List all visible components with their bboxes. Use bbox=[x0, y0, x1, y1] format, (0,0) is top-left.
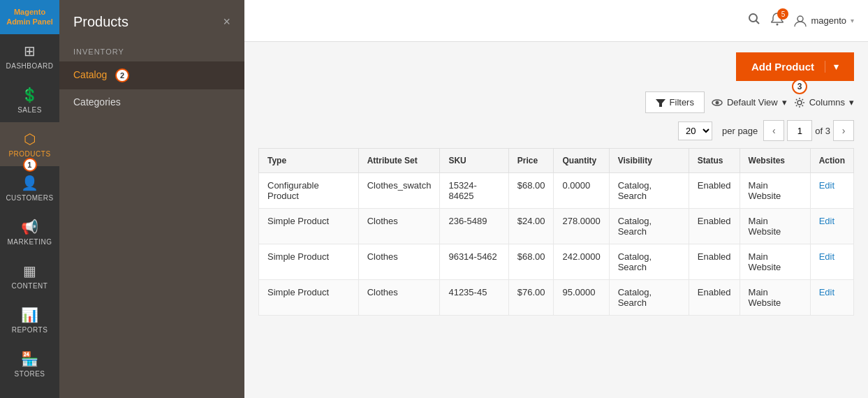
svg-point-0 bbox=[749, 14, 757, 22]
per-page-dropdown[interactable]: 20 30 50 bbox=[678, 121, 712, 140]
sidebar-item-label: STORES bbox=[15, 370, 45, 378]
svg-line-1 bbox=[756, 21, 760, 24]
col-quantity: Quantity bbox=[554, 149, 609, 173]
sidebar-item-stores[interactable]: 🏪 STORES bbox=[0, 342, 59, 386]
flyout-categories-label: Categories bbox=[73, 96, 121, 108]
cell-quantity: 95.0000 bbox=[554, 280, 609, 316]
user-chevron-icon: ▾ bbox=[851, 17, 854, 24]
sidebar-item-label: SALES bbox=[17, 106, 42, 114]
step1-badge: 1 bbox=[23, 158, 37, 172]
flyout-item-categories[interactable]: Categories bbox=[59, 89, 244, 115]
col-type: Type bbox=[259, 149, 359, 173]
view-chevron-icon: ▾ bbox=[782, 97, 787, 108]
next-page-button[interactable]: › bbox=[833, 120, 854, 141]
cell-quantity: 278.0000 bbox=[554, 209, 609, 244]
sidebar-item-sales[interactable]: 💲 SALES bbox=[0, 78, 59, 122]
cell-sku: 15324-84625 bbox=[440, 173, 508, 209]
products-table: Type Attribute Set SKU Price Quantity Vi… bbox=[258, 148, 854, 316]
dashboard-icon: ⊞ bbox=[24, 43, 36, 59]
cell-status: Enabled bbox=[689, 209, 740, 244]
cell-visibility: Catalog, Search bbox=[609, 244, 689, 280]
svg-point-3 bbox=[797, 16, 803, 22]
filters-button[interactable]: Filters bbox=[645, 91, 705, 113]
user-menu[interactable]: magento ▾ bbox=[794, 15, 854, 27]
cell-attribute-set: Clothes bbox=[358, 280, 440, 316]
sidebar-item-dashboard[interactable]: ⊞ DASHBOARD bbox=[0, 34, 59, 78]
sidebar-item-reports[interactable]: 📊 REPORTS bbox=[0, 298, 59, 342]
cell-status: Enabled bbox=[689, 280, 740, 316]
sidebar-item-label: CUSTOMERS bbox=[6, 194, 53, 202]
page-number-input[interactable] bbox=[787, 120, 812, 141]
flyout-catalog-label: Catalog bbox=[73, 69, 107, 80]
filter-icon bbox=[656, 98, 665, 108]
page-content: Add Product ▾ 3 Filters Default View ▾ bbox=[244, 42, 868, 398]
search-icon bbox=[748, 13, 760, 25]
flyout-menu: Products × Inventory Catalog 2 Categorie… bbox=[59, 0, 244, 398]
col-price: Price bbox=[508, 149, 554, 173]
view-label: Default View bbox=[727, 97, 778, 108]
sales-icon: 💲 bbox=[21, 87, 39, 103]
cell-websites: Main Website bbox=[740, 244, 810, 280]
content-icon: ▦ bbox=[23, 263, 37, 279]
col-status: Status bbox=[689, 149, 740, 173]
per-page-select[interactable]: 20 30 50 bbox=[678, 121, 712, 140]
cell-websites: Main Website bbox=[740, 209, 810, 244]
table-row: Simple Product Clothes 41235-45 $76.00 9… bbox=[259, 280, 854, 316]
cell-visibility: Catalog, Search bbox=[609, 173, 689, 209]
edit-link[interactable]: Edit bbox=[819, 216, 834, 226]
cell-type: Simple Product bbox=[259, 244, 359, 280]
sidebar-item-marketing[interactable]: 📢 MARKETING bbox=[0, 210, 59, 254]
columns-button[interactable]: Columns ▾ bbox=[794, 97, 854, 108]
sidebar-item-label: REPORTS bbox=[12, 326, 48, 334]
sidebar-item-customers[interactable]: 👤 CUSTOMERS bbox=[0, 166, 59, 210]
sidebar-item-label: CONTENT bbox=[12, 282, 48, 290]
sidebar-item-products[interactable]: ⬡ PRODUCTS 1 bbox=[0, 122, 59, 166]
cell-price: $76.00 bbox=[508, 280, 554, 316]
add-product-button[interactable]: Add Product ▾ bbox=[736, 52, 854, 81]
filters-label: Filters bbox=[670, 97, 694, 108]
reports-icon: 📊 bbox=[21, 307, 39, 323]
prev-page-button[interactable]: ‹ bbox=[763, 120, 784, 141]
cell-action[interactable]: Edit bbox=[810, 173, 853, 209]
main-content: 5 magento ▾ Add Product ▾ 3 bbox=[244, 0, 868, 398]
flyout-item-catalog[interactable]: Catalog 2 bbox=[59, 61, 244, 89]
sidebar-item-label: PRODUCTS bbox=[8, 150, 50, 158]
edit-link[interactable]: Edit bbox=[819, 287, 834, 297]
col-sku: SKU bbox=[440, 149, 508, 173]
sidebar-item-label: MARKETING bbox=[8, 238, 52, 246]
search-button[interactable] bbox=[748, 13, 760, 29]
col-attribute-set: Attribute Set bbox=[358, 149, 440, 173]
cell-action[interactable]: Edit bbox=[810, 244, 853, 280]
cell-attribute-set: Clothes bbox=[358, 209, 440, 244]
sidebar: Magento Admin Panel ⊞ DASHBOARD 💲 SALES … bbox=[0, 0, 59, 398]
add-product-arrow-icon: ▾ bbox=[825, 61, 839, 72]
svg-marker-4 bbox=[656, 99, 665, 107]
cell-quantity: 242.0000 bbox=[554, 244, 609, 280]
svg-point-7 bbox=[797, 101, 802, 105]
svg-point-2 bbox=[777, 24, 779, 26]
page-total: of 3 bbox=[815, 126, 830, 136]
user-icon bbox=[794, 15, 807, 27]
cell-quantity: 0.0000 bbox=[554, 173, 609, 209]
edit-link[interactable]: Edit bbox=[819, 180, 834, 191]
stores-icon: 🏪 bbox=[21, 351, 39, 367]
cell-websites: Main Website bbox=[740, 280, 810, 316]
cell-price: $68.00 bbox=[508, 244, 554, 280]
view-select[interactable]: Default View ▾ bbox=[712, 97, 787, 108]
svg-point-6 bbox=[715, 101, 719, 104]
edit-link[interactable]: Edit bbox=[819, 251, 834, 262]
admin-logo[interactable]: Magento Admin Panel bbox=[0, 0, 59, 34]
notifications-button[interactable]: 5 bbox=[771, 12, 784, 29]
add-product-label: Add Product bbox=[751, 61, 825, 73]
logo-line1: Magento bbox=[14, 8, 45, 16]
cell-visibility: Catalog, Search bbox=[609, 280, 689, 316]
cell-action[interactable]: Edit bbox=[810, 209, 853, 244]
table-row: Simple Product Clothes 96314-5462 $68.00… bbox=[259, 244, 854, 280]
cell-action[interactable]: Edit bbox=[810, 280, 853, 316]
sidebar-item-content[interactable]: ▦ CONTENT bbox=[0, 254, 59, 298]
flyout-close-button[interactable]: × bbox=[223, 15, 230, 29]
cell-sku: 41235-45 bbox=[440, 280, 508, 316]
cell-type: Configurable Product bbox=[259, 173, 359, 209]
columns-label: Columns bbox=[809, 97, 845, 108]
step2-badge: 2 bbox=[115, 68, 129, 82]
